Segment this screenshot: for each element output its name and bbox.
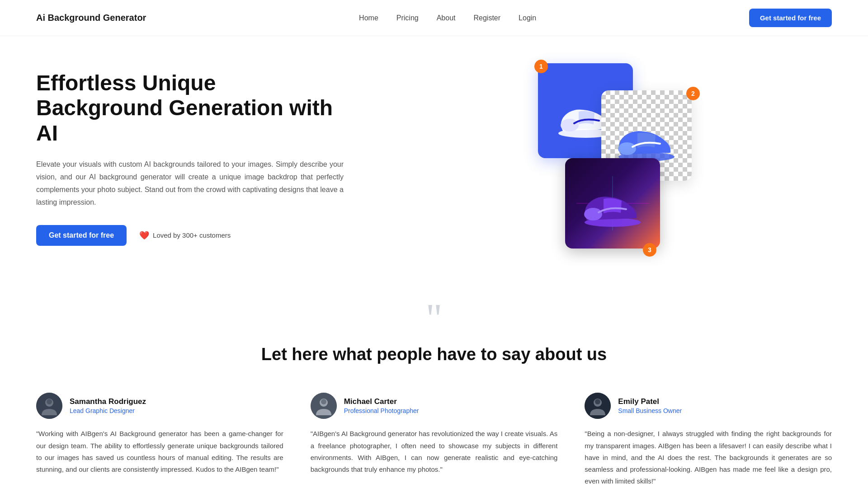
badge-3: 3 bbox=[643, 243, 656, 257]
avatar-3 bbox=[585, 393, 611, 419]
testimonial-text-3: "Being a non-designer, I always struggle… bbox=[585, 428, 832, 487]
svg-point-7 bbox=[584, 208, 602, 221]
avatar-2 bbox=[311, 393, 337, 419]
svg-point-13 bbox=[321, 399, 326, 404]
hero-title: Effortless Unique Background Generation … bbox=[36, 70, 344, 145]
badge-2: 2 bbox=[686, 87, 700, 100]
reviewer-name-3: Emily Patel bbox=[618, 397, 682, 406]
nav-home[interactable]: Home bbox=[359, 14, 378, 22]
testimonials-grid: Samantha Rodriguez Lead Graphic Designer… bbox=[36, 393, 832, 487]
nav-pricing[interactable]: Pricing bbox=[396, 14, 419, 22]
reviewer-role-1: Lead Graphic Designer bbox=[70, 407, 146, 414]
reviewer-info-1: Samantha Rodriguez Lead Graphic Designer bbox=[36, 393, 283, 419]
hero-content: Effortless Unique Background Generation … bbox=[36, 70, 344, 246]
reviewer-name-1: Samantha Rodriguez bbox=[70, 397, 146, 406]
testimonial-text-2: "AIBgen's AI Background generator has re… bbox=[311, 428, 558, 475]
social-proof: ❤️ Loved by 300+ customers bbox=[139, 230, 231, 240]
nav-login[interactable]: Login bbox=[519, 14, 536, 22]
testimonial-text-1: "Working with AIBgen's AI Background gen… bbox=[36, 428, 283, 475]
badge-1: 1 bbox=[534, 60, 548, 73]
reviewer-name-2: Michael Carter bbox=[344, 397, 419, 406]
testimonials-title: Let here what people have to say about u… bbox=[36, 343, 832, 366]
nav-register[interactable]: Register bbox=[474, 14, 501, 22]
svg-point-3 bbox=[618, 142, 636, 155]
svg-point-10 bbox=[47, 399, 52, 404]
heart-icon: ❤️ bbox=[139, 230, 149, 240]
hero-section: Effortless Unique Background Generation … bbox=[0, 36, 868, 289]
hero-actions: Get started for free ❤️ Loved by 300+ cu… bbox=[36, 225, 344, 246]
hero-visual: 1 2 3 bbox=[380, 63, 832, 253]
testimonial-card-2: Michael Carter Professional Photographer… bbox=[311, 393, 558, 487]
brand-logo: Ai Background Generator bbox=[36, 13, 146, 23]
navbar: Ai Background Generator Home Pricing Abo… bbox=[0, 0, 868, 36]
testimonial-card-3: Emily Patel Small Business Owner "Being … bbox=[585, 393, 832, 487]
hero-description: Elevate your visuals with custom AI back… bbox=[36, 158, 344, 209]
nav-cta-button[interactable]: Get started for free bbox=[749, 9, 832, 27]
svg-point-16 bbox=[595, 399, 600, 404]
avatar-1 bbox=[36, 393, 62, 419]
svg-point-1 bbox=[561, 119, 579, 131]
testimonial-card-1: Samantha Rodriguez Lead Graphic Designer… bbox=[36, 393, 283, 487]
quote-decoration: " bbox=[36, 298, 832, 339]
reviewer-info-2: Michael Carter Professional Photographer bbox=[311, 393, 558, 419]
reviewer-role-2: Professional Photographer bbox=[344, 407, 419, 414]
nav-links: Home Pricing About Register Login bbox=[359, 14, 536, 22]
nav-about[interactable]: About bbox=[437, 14, 456, 22]
reviewer-info-3: Emily Patel Small Business Owner bbox=[585, 393, 832, 419]
reviewer-role-3: Small Business Owner bbox=[618, 407, 682, 414]
hero-cta-button[interactable]: Get started for free bbox=[36, 225, 127, 246]
testimonials-section: " Let here what people have to say about… bbox=[0, 289, 868, 488]
product-image-3 bbox=[565, 158, 660, 249]
loved-text: Loved by 300+ customers bbox=[153, 231, 231, 239]
